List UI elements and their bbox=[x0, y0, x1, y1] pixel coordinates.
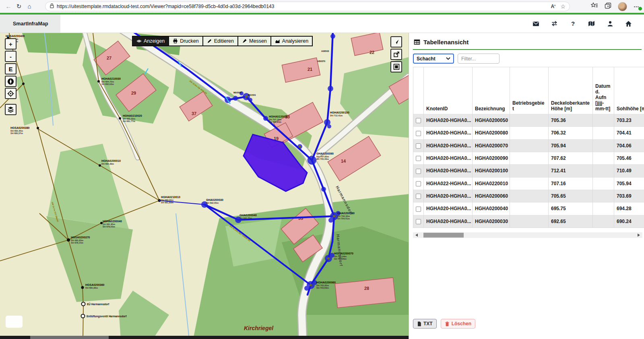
layer-select[interactable]: Schacht bbox=[413, 54, 454, 64]
tab-smartinframap[interactable]: SmartInfraMap bbox=[0, 14, 60, 33]
map-horizontal-scrollbar[interactable] bbox=[0, 336, 409, 339]
annotation-vent: Entlüftungsventil Harmannsdorf bbox=[87, 315, 127, 318]
svg-text:GHA0200030: GHA0200030 bbox=[206, 198, 223, 201]
table-row[interactable]: HGHA020-HGHA0... HGHA0200060 705.65 703.… bbox=[413, 190, 644, 202]
svg-text:SH 679,50m: SH 679,50m bbox=[103, 225, 115, 228]
svg-text:28: 28 bbox=[364, 286, 369, 291]
row-checkbox[interactable] bbox=[416, 194, 421, 199]
table-row[interactable]: HGHA020-HGHA0... HGHA0200030 692.65 690.… bbox=[413, 215, 644, 227]
map-scrollbar-thumb[interactable] bbox=[30, 336, 109, 339]
zoom-out-button[interactable]: - bbox=[5, 51, 17, 62]
row-checkbox[interactable] bbox=[416, 156, 421, 161]
svg-text:GHA0200090: GHA0200090 bbox=[316, 152, 334, 155]
table-row[interactable]: HGHA020-HGHA0... HGHA0200100 712.41 710.… bbox=[413, 165, 644, 177]
table-row[interactable]: HGHA020-HGHA0... HGHA0200090 707.62 705.… bbox=[413, 152, 644, 164]
col-sohlhoehe: Sohlhöhe [m] bbox=[614, 67, 644, 114]
col-deckeloberkante: Deckeloberkante Höhe [m] bbox=[549, 67, 593, 114]
mode-button-anzeigen[interactable]: Anzeigen bbox=[132, 36, 169, 46]
favorites-bar-icon[interactable] bbox=[591, 2, 598, 10]
compass-icon bbox=[7, 78, 14, 85]
collections-icon[interactable] bbox=[605, 2, 611, 10]
zoom-in-button[interactable]: + bbox=[5, 38, 17, 50]
extent-button[interactable]: E bbox=[5, 63, 17, 74]
svg-text:M01501: M01501 bbox=[248, 94, 256, 96]
navigate-button[interactable] bbox=[390, 36, 402, 48]
screenshot-button[interactable] bbox=[390, 61, 402, 72]
layers-icon bbox=[7, 106, 14, 113]
help-icon[interactable]: ? bbox=[570, 20, 576, 27]
svg-text:M00508: M00508 bbox=[233, 91, 242, 94]
feature-table: KnotenID Bezeichnung Betriebsgebiet Deck… bbox=[413, 67, 644, 228]
browser-refresh-icon[interactable]: ↻ bbox=[14, 1, 24, 12]
eye-icon bbox=[136, 39, 142, 43]
svg-text:SH 678,15m: SH 678,15m bbox=[71, 242, 83, 244]
map-viewport[interactable]: 27 29 37 22 21 13 14 35 28 bbox=[0, 33, 409, 339]
map-icon[interactable] bbox=[588, 20, 595, 27]
table-icon bbox=[414, 39, 420, 45]
user-icon[interactable] bbox=[607, 20, 613, 27]
svg-text:37: 37 bbox=[192, 111, 196, 116]
browser-home-icon[interactable]: ⌂ bbox=[24, 1, 35, 12]
delete-button[interactable]: Löschen bbox=[441, 319, 475, 329]
area-chart-icon bbox=[275, 39, 280, 43]
read-aloud-icon[interactable]: Aʻ bbox=[551, 4, 555, 9]
table-row[interactable]: HGHA020-HGHA0... HGHA0200080 706.32 704.… bbox=[413, 127, 644, 139]
chevron-down-icon bbox=[446, 57, 450, 60]
svg-text:HGSA0200400: HGSA0200400 bbox=[6, 35, 25, 37]
compass-button[interactable] bbox=[5, 76, 17, 87]
browser-right-icons: ⋯ bbox=[591, 0, 641, 13]
select-column-header bbox=[413, 67, 424, 114]
layers-button[interactable] bbox=[5, 104, 17, 115]
col-datum: Datum d. Aufn [jjjj-mm-tt] bbox=[593, 67, 614, 114]
scroll-right-arrow[interactable] bbox=[638, 234, 640, 237]
swap-arrows-icon[interactable] bbox=[551, 20, 558, 27]
svg-text:DH 680,96m: DH 680,96m bbox=[85, 287, 98, 289]
map-canvas[interactable]: 27 29 37 22 21 13 14 35 28 bbox=[0, 33, 409, 339]
row-checkbox[interactable] bbox=[416, 207, 421, 212]
browser-menu-icon[interactable]: ⋯ bbox=[634, 3, 641, 10]
row-checkbox[interactable] bbox=[416, 169, 421, 174]
row-checkbox[interactable] bbox=[416, 131, 421, 136]
table-row[interactable]: HGHA020-HGHA0... HGHA0200070 705.94 704.… bbox=[413, 139, 644, 152]
table-row[interactable]: HGHA020-HGHA0... HGHA0200050 705.36 703.… bbox=[413, 114, 644, 127]
profile-avatar[interactable] bbox=[618, 2, 627, 11]
share-button[interactable] bbox=[390, 49, 402, 60]
scroll-left-arrow[interactable] bbox=[415, 234, 418, 237]
app-header: SmartInfraMap ? bbox=[0, 14, 644, 33]
svg-text:HGHA0210020: HGHA0210020 bbox=[123, 114, 142, 117]
table-horizontal-scrollbar[interactable] bbox=[413, 232, 642, 238]
parcel-number-label: 19 bbox=[274, 136, 279, 141]
row-checkbox[interactable] bbox=[416, 181, 421, 186]
address-bar[interactable]: https://uitesttemplate.rmdatacloud-test.… bbox=[45, 2, 570, 11]
panel-title-row: Tabellenansicht bbox=[414, 39, 644, 45]
row-checkbox[interactable] bbox=[416, 143, 421, 149]
favorites-star-icon[interactable]: ☆ bbox=[560, 3, 566, 10]
svg-text:HGHA0210010: HGHA0210010 bbox=[161, 196, 180, 198]
trash-icon bbox=[445, 321, 450, 327]
mode-button-messen[interactable]: Messen bbox=[237, 36, 271, 46]
mail-icon[interactable] bbox=[533, 20, 539, 27]
map-mode-toolbar: Anzeigen Drucken Editieren Messen Analys… bbox=[132, 36, 313, 46]
navigation-arrow-icon bbox=[393, 39, 400, 45]
svg-text:HGHA0210030: HGHA0210030 bbox=[101, 77, 121, 80]
locate-button[interactable] bbox=[5, 88, 17, 99]
mode-button-drucken[interactable]: Drucken bbox=[168, 36, 203, 46]
panel-controls: Schacht bbox=[413, 54, 644, 64]
table-row[interactable]: HGHA022-HGHA0... HGHA0220010 707.16 705.… bbox=[413, 177, 644, 190]
svg-text:HGHA0200060: HGHA0200060 bbox=[316, 281, 336, 284]
table-row[interactable]: HGHA020-HGHA0... HGHA0200040 695.75 694.… bbox=[413, 203, 644, 215]
row-checkbox[interactable] bbox=[416, 219, 421, 224]
image-frame-icon bbox=[393, 64, 400, 70]
svg-text:A06503: A06503 bbox=[321, 50, 329, 52]
browser-back-icon[interactable]: ← bbox=[3, 1, 14, 12]
filter-input[interactable] bbox=[458, 54, 500, 64]
mode-button-analysieren[interactable]: Analysieren bbox=[270, 36, 313, 46]
row-checkbox[interactable] bbox=[416, 118, 421, 123]
panel-footer: TXT Löschen bbox=[413, 319, 475, 329]
mode-button-editieren[interactable]: Editieren bbox=[202, 36, 238, 46]
app-title: SmartInfraMap bbox=[13, 21, 48, 27]
header-icon-bar: ? bbox=[533, 14, 632, 33]
table-scrollbar-thumb[interactable] bbox=[423, 233, 464, 238]
home-icon[interactable] bbox=[625, 20, 632, 27]
export-txt-button[interactable]: TXT bbox=[413, 319, 437, 329]
